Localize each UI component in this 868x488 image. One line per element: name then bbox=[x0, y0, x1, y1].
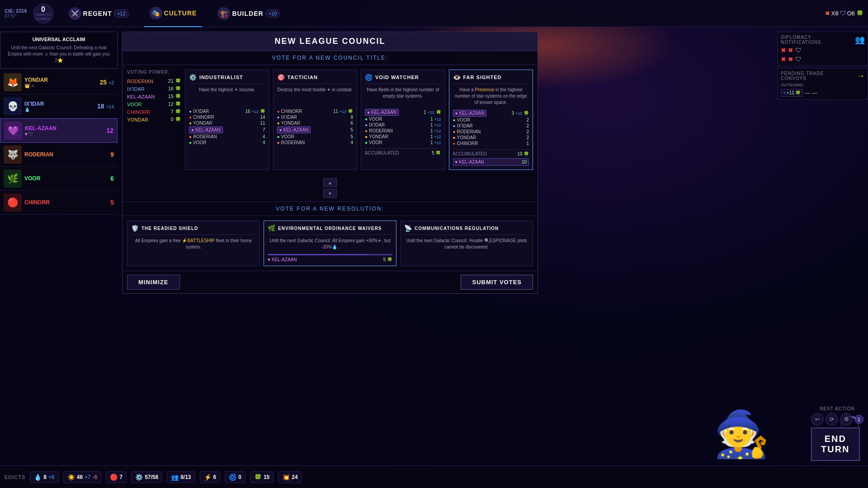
resource-water: 💧 8 +6 bbox=[30, 471, 58, 483]
ind-roderian-name: ● RODERIAN bbox=[189, 134, 217, 139]
nav-regent[interactable]: ⚔️ REGENT +12 bbox=[63, 0, 134, 27]
red-val: 7 bbox=[119, 474, 123, 480]
years-label: YEARS TOCOUNCIL bbox=[35, 13, 51, 21]
action-btn-1[interactable]: ↩ bbox=[811, 413, 824, 426]
card-tactician[interactable]: 🎯 TACTICIAN Destroy the most hostile ✦ i… bbox=[273, 70, 358, 170]
arrow-down-btn[interactable]: ▼ bbox=[323, 189, 337, 198]
empire-item-ixidar[interactable]: 💀 IX'IDAR 💧 18 +14 bbox=[0, 94, 118, 118]
water-icon: 💧 bbox=[34, 474, 42, 481]
trade-label: PENDING TRADECONVOYS bbox=[781, 71, 824, 81]
fs-acc-val: 10 🍀 bbox=[517, 151, 529, 156]
vw-ixidar-name: ● IX'IDAR bbox=[365, 122, 385, 127]
action-btn-3[interactable]: ⚙ bbox=[840, 413, 853, 426]
red-icon: 🔴 bbox=[110, 474, 118, 481]
fs-ixidar-val: 2 bbox=[526, 123, 529, 128]
vp-yondar-name: YONDAR bbox=[127, 117, 148, 122]
tactician-rows: ● CHINORR 11 +12 🍀 ● IX'IDAR 8 ● YONDAR … bbox=[277, 108, 354, 145]
chinorr-info: CHINORR bbox=[24, 199, 108, 206]
vp-kelazaan-val: 15 🍀 bbox=[168, 94, 181, 99]
energy-plus: +7 bbox=[85, 474, 91, 480]
minimize-button[interactable]: MINIMIZE bbox=[127, 275, 180, 290]
cie-time: 37:57 bbox=[5, 14, 27, 19]
empire-item-chinorr[interactable]: 🔴 CHINORR 5 bbox=[0, 191, 118, 215]
empire-item-kelazaan[interactable]: 💜 KEL-AZAAN ♥ 🛡 12 bbox=[0, 118, 118, 143]
end-turn-button[interactable]: ENDTURN bbox=[811, 427, 860, 461]
builder-icon: 🏗️ bbox=[217, 7, 230, 20]
env-vote-bar bbox=[268, 254, 392, 255]
ind-yondar-val: 11 bbox=[260, 121, 265, 126]
tac-voor-val: 5 bbox=[350, 134, 353, 139]
resolution-header: VOTE FOR A NEW RESOLUTION: bbox=[123, 202, 538, 216]
convoy-plus-icon: + bbox=[783, 90, 786, 95]
tac-yondar-name: ● YONDAR bbox=[277, 121, 301, 126]
tac-kelazaan-val: 5 bbox=[350, 127, 353, 132]
nav-culture[interactable]: 🎭 CULTURE bbox=[144, 0, 203, 27]
fs-accumulated: ACCUMULATED 10 🍀 bbox=[453, 149, 529, 156]
card-far-sighted[interactable]: 👁️ FAR SIGHTED Have a Presence in the hi… bbox=[449, 70, 533, 170]
arrow-up-btn[interactable]: ▲ bbox=[323, 178, 337, 187]
tac-row-ixidar: ● IX'IDAR 8 bbox=[277, 114, 354, 120]
panel-title: NEW LEAGUE COUNCIL bbox=[123, 32, 538, 51]
ixidar-icons: 💧 bbox=[24, 107, 94, 112]
top-x-icon: ✖ bbox=[825, 10, 830, 17]
chinorr-name: CHINORR bbox=[24, 199, 108, 206]
years-num: 0 bbox=[41, 6, 45, 13]
void-val: 0 bbox=[238, 474, 241, 480]
ixidar-score: 18 bbox=[97, 103, 104, 110]
end-turn-action-icons: ↩ ⟳ ⚙ 1 bbox=[811, 413, 863, 426]
env-ordinance-icon: 🌿 bbox=[268, 225, 275, 232]
diplomacy-icon: 👥 bbox=[855, 35, 865, 45]
yondar-info: YONDAR 👑 ⚔ bbox=[24, 77, 97, 88]
action-btn-2[interactable]: ⟳ bbox=[826, 413, 838, 426]
yondar-score-area: 25 +2 bbox=[100, 78, 114, 86]
resource-industry: ⚙️ 57/58 bbox=[131, 471, 162, 483]
res-card-readied-shield[interactable]: 🛡️ THE READIED SHIELD All Empires gain a… bbox=[127, 221, 260, 266]
vp-chinorr-val: 7 🍀 bbox=[171, 109, 181, 115]
yondar-score: 25 bbox=[100, 79, 107, 86]
kelazaan-avatar: 💜 bbox=[4, 122, 22, 140]
void-watcher-rows: ● KEL-AZAAN 1 +12 🍀 ● VOOR 1 +12 ● IX'ID… bbox=[365, 108, 441, 145]
chinorr-score-area: 5 bbox=[110, 198, 114, 206]
fs-yondar-name: ● YONDAR bbox=[453, 135, 476, 140]
convoy-item: + +11 🍀 bbox=[781, 89, 803, 97]
industrialist-icon: ⚙️ bbox=[189, 74, 197, 81]
industrialist-header: ⚙️ INDUSTRIALIST bbox=[189, 74, 265, 84]
nav-builder[interactable]: 🏗️ BUILDER +10 bbox=[212, 0, 285, 27]
far-sighted-title: FAR SIGHTED bbox=[463, 75, 502, 80]
card-void-watcher[interactable]: 🌀 VOID WATCHER Have fleets in the highes… bbox=[361, 70, 445, 170]
outgoing-label: OUTGOING: bbox=[781, 83, 865, 87]
vw-voor-name: ● VOOR bbox=[365, 117, 382, 122]
fs-ixidar-name: ● IX'IDAR bbox=[453, 123, 473, 128]
fs-row-yondar: ● YONDAR 2 bbox=[453, 135, 529, 141]
ind-roderian-val: 4 bbox=[263, 134, 265, 139]
tac-ixidar-name: ● IX'IDAR bbox=[277, 115, 297, 120]
roderian-score: 9 bbox=[110, 151, 114, 158]
vw-voor2-vals: 1 +12 bbox=[430, 140, 441, 145]
nature-minus: -6 bbox=[93, 474, 98, 480]
empire-item-yondar[interactable]: 🦊 YONDAR 👑 ⚔ 25 +2 bbox=[0, 70, 118, 94]
diplomacy-row2: ✖ ✖ 🛡 bbox=[781, 56, 865, 63]
res-card-env-ordinance[interactable]: 🌿 ENVIRONMENTAL ORDINANCE WAIVERS Until … bbox=[264, 221, 396, 266]
fs-row-kelazaan: ● KEL-AZAAN 3 +12 🍀 bbox=[453, 109, 529, 117]
bottom-bar: EDICTS 💧 8 +6 ☀️ 46 +7 -6 🔴 7 ⚙️ 57/58 👥… bbox=[0, 465, 868, 488]
energy-icon: ☀️ bbox=[67, 474, 75, 481]
ind-ixidar-vals: 16 +12 🍀 bbox=[245, 109, 265, 114]
comm-regulation-header: 📡 COMMUNICATIONS REGULATION bbox=[404, 225, 529, 235]
submit-votes-button[interactable]: SUBMIT VOTES bbox=[461, 275, 533, 290]
vw-row-voor: ● VOOR 1 +12 bbox=[365, 116, 441, 122]
card-industrialist[interactable]: ⚙️ INDUSTRIALIST Have the highest ☀ inco… bbox=[185, 70, 269, 170]
chinorr-score: 5 bbox=[110, 199, 114, 206]
resource-combat: 💥 24 bbox=[278, 471, 302, 483]
vw-kelazaan-vals: 1 +12 🍀 bbox=[424, 110, 441, 115]
tac-row-roderian: ● RODERIAN 4 bbox=[277, 140, 354, 145]
empire-item-roderian[interactable]: 🐺 RODERIAN 9 bbox=[0, 143, 118, 167]
combat-val: 24 bbox=[292, 474, 297, 480]
kelazaan-icons: ♥ 🛡 bbox=[25, 131, 104, 136]
empire-item-voor[interactable]: 🌿 VOOR 6 bbox=[0, 167, 118, 191]
roderian-info: RODERIAN bbox=[24, 151, 108, 158]
res-card-comm-regulation[interactable]: 📡 COMMUNICATIONS REGULATION Until the ne… bbox=[400, 221, 533, 266]
vw-yondar-vals: 1 +12 bbox=[430, 134, 441, 139]
env-vote-fill bbox=[268, 254, 367, 255]
culture-label: CULTURE bbox=[164, 9, 197, 17]
council-cards: ⚙️ INDUSTRIALIST Have the highest ☀ inco… bbox=[185, 70, 533, 170]
